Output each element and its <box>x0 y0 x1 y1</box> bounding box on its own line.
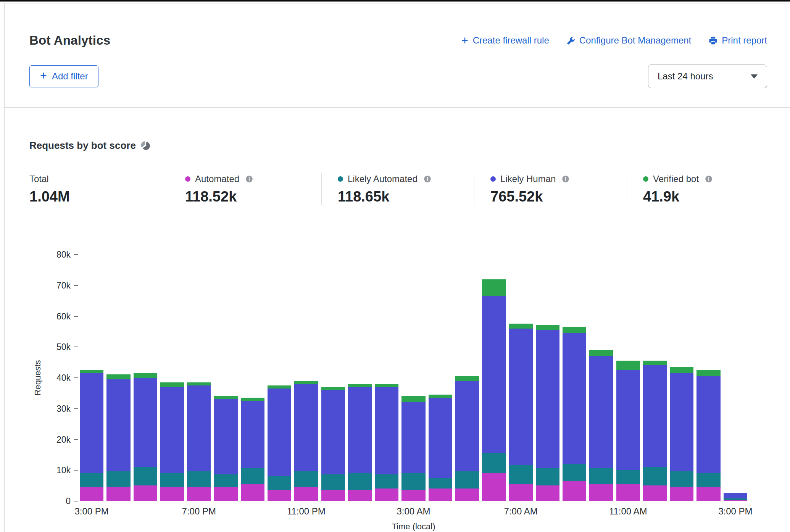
info-icon[interactable] <box>705 175 713 183</box>
bar-hour-18[interactable] <box>561 255 588 501</box>
bar-segment-verified-bot <box>670 367 693 373</box>
bar-segment-likely-automated <box>509 465 533 484</box>
y-tick-mark <box>74 254 78 255</box>
bar-segment-likely-human <box>80 373 103 473</box>
bar-hour-20[interactable] <box>615 255 642 501</box>
info-icon[interactable] <box>562 175 569 183</box>
bar-segment-automated <box>724 500 747 501</box>
stat-label: Likely Human <box>500 174 556 184</box>
create-firewall-rule-link[interactable]: Create firewall rule <box>461 35 549 46</box>
bar-hour-12[interactable] <box>400 255 427 501</box>
bar-segment-likely-human <box>241 401 264 468</box>
bar-segment-likely-human <box>670 373 693 471</box>
x-tick-label: 3:00 PM <box>718 506 752 517</box>
bar-segment-likely-automated <box>696 473 720 487</box>
bar-segment-automated <box>241 484 264 501</box>
y-tick-label: 10k <box>40 465 71 475</box>
bar-hour-21[interactable] <box>642 255 668 501</box>
bar-hour-2[interactable] <box>132 255 159 501</box>
x-tick-label: 3:00 PM <box>74 506 108 517</box>
bar-hour-0[interactable] <box>78 255 105 501</box>
bar-segment-likely-automated <box>134 467 157 485</box>
bar-hour-24[interactable] <box>722 255 749 501</box>
bar-segment-automated <box>589 484 613 501</box>
bar-hour-7[interactable] <box>266 255 293 501</box>
bar-segment-likely-automated <box>616 470 640 484</box>
bar-hour-14[interactable] <box>454 255 480 501</box>
pie-chart-icon <box>141 141 150 150</box>
bar-hour-22[interactable] <box>668 255 695 501</box>
bar-segment-verified-bot <box>106 374 130 379</box>
bar-hour-9[interactable] <box>320 255 347 501</box>
y-tick-label: 60k <box>40 311 71 321</box>
add-filter-button[interactable]: Add filter <box>29 65 98 87</box>
bar-hour-4[interactable] <box>185 255 212 501</box>
bar-segment-automated <box>268 490 291 501</box>
print-report-link[interactable]: Print report <box>709 35 767 46</box>
info-icon[interactable] <box>245 175 253 183</box>
y-tick-mark <box>74 439 78 440</box>
bar-segment-likely-human <box>321 390 345 475</box>
bar-hour-15[interactable] <box>480 255 507 501</box>
bar-hour-1[interactable] <box>105 255 132 501</box>
legend-dot <box>338 176 343 182</box>
bar-hour-13[interactable] <box>427 255 454 501</box>
bar-segment-likely-human <box>616 370 640 470</box>
bar-segment-automated <box>321 490 345 501</box>
bar-segment-automated <box>401 490 425 501</box>
x-tick-label: 3:00 AM <box>397 506 430 517</box>
page-title: Bot Analytics <box>29 33 110 48</box>
time-range-select[interactable]: Last 24 hours <box>648 64 767 88</box>
action-label: Print report <box>722 35 767 46</box>
y-tick-mark <box>74 377 78 378</box>
bar-segment-automated <box>294 487 318 501</box>
bar-segment-automated <box>536 485 559 501</box>
bar-segment-automated <box>455 488 479 501</box>
bar-segment-likely-human <box>187 385 211 472</box>
legend-dot <box>185 176 190 182</box>
stat-total: Total 1.04M <box>29 173 169 205</box>
stat-value: 118.52k <box>185 188 321 205</box>
bar-hour-17[interactable] <box>534 255 561 501</box>
bar-segment-likely-automated <box>294 471 318 487</box>
bar-segment-automated <box>375 488 398 501</box>
bar-segment-likely-human <box>106 379 130 472</box>
bar-segment-verified-bot <box>643 361 667 365</box>
y-tick-label: 20k <box>40 435 71 445</box>
bar-hour-3[interactable] <box>159 255 185 501</box>
configure-bot-management-link[interactable]: Configure Bot Management <box>567 35 692 46</box>
bar-segment-likely-automated <box>80 473 103 487</box>
bar-segment-verified-bot <box>268 385 291 389</box>
bar-hour-6[interactable] <box>239 255 266 501</box>
wrench-icon <box>567 36 575 45</box>
bar-segment-verified-bot <box>214 396 237 399</box>
stat-value: 1.04M <box>29 188 169 205</box>
bar-segment-likely-human <box>482 296 506 453</box>
bar-segment-verified-bot <box>509 324 533 328</box>
bar-segment-verified-bot <box>401 396 425 402</box>
bar-segment-verified-bot <box>134 373 157 377</box>
bar-segment-verified-bot <box>429 395 452 398</box>
bar-segment-likely-automated <box>160 473 184 487</box>
x-tick-label: 11:00 AM <box>609 506 647 517</box>
bar-hour-16[interactable] <box>508 255 534 501</box>
bar-segment-verified-bot <box>696 370 720 376</box>
bar-hour-11[interactable] <box>373 255 400 501</box>
bot-analytics-panel: Bot Analytics Create firewall ruleConfig… <box>4 3 790 532</box>
bar-hour-19[interactable] <box>588 255 614 501</box>
bar-hour-8[interactable] <box>293 255 319 501</box>
info-icon[interactable] <box>424 175 431 183</box>
bar-hour-23[interactable] <box>695 255 722 501</box>
stat-label: Total <box>29 174 49 184</box>
y-tick-mark <box>74 316 78 317</box>
bar-segment-automated <box>80 487 103 501</box>
y-tick-label: 80k <box>40 250 71 260</box>
bar-hour-5[interactable] <box>212 255 239 501</box>
bar-hour-10[interactable] <box>347 255 373 501</box>
stat-value: 41.9k <box>643 188 779 205</box>
bar-segment-verified-bot <box>563 327 586 333</box>
bar-segment-likely-automated <box>401 473 425 490</box>
requests-chart: Requests Time (local) 010k20k30k40k50k60… <box>78 255 749 501</box>
bar-segment-automated <box>509 484 533 501</box>
stat-label: Automated <box>195 174 239 184</box>
